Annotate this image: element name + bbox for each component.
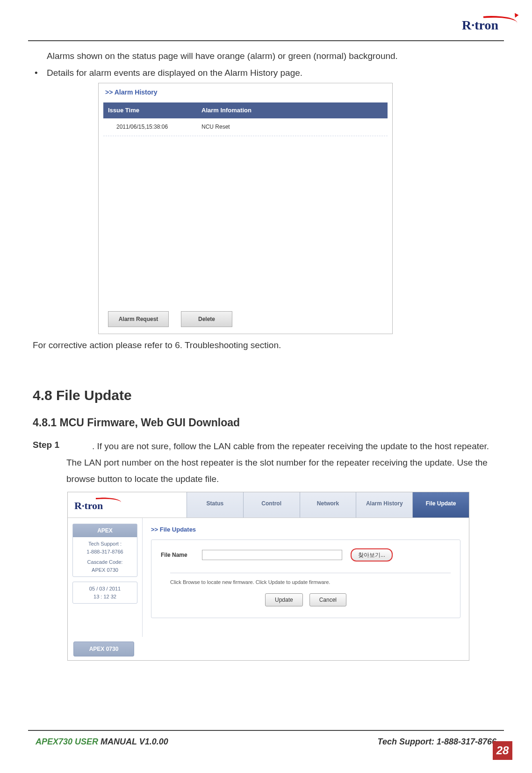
table-row: 2011/06/15,15:38:06 NCU Reset	[103, 118, 388, 136]
bullet-text: Details for alarm events are displayed o…	[47, 66, 302, 80]
browse-button[interactable]: 찾아보기...	[351, 548, 393, 562]
footer-left-accent: APEX730 USER	[36, 737, 98, 746]
section-heading-4-8: 4.8 File Update	[33, 383, 499, 407]
alarm-request-button[interactable]: Alarm Request	[108, 311, 169, 327]
sidebar-cascade-code: APEX 0730	[77, 566, 133, 574]
sidebar-cascade-label: Cascade Code:	[77, 558, 133, 566]
tab-network[interactable]: Network	[300, 492, 357, 517]
sidebar-tech-label: Tech Support :	[77, 540, 133, 548]
header-rule	[28, 40, 504, 41]
alarm-history-screenshot: >> Alarm History Issue Time Alarm Infoma…	[98, 83, 393, 335]
page-number: 28	[493, 741, 512, 760]
bullet-icon	[33, 66, 47, 80]
step-1-body: Step 1. If you are not sure, follow the …	[66, 438, 499, 487]
alarm-table-header: Issue Time Alarm Infomation	[103, 102, 388, 118]
cell-issue-time: 2011/06/15,15:38:06	[103, 118, 197, 135]
screenshot-logo-swoosh-icon	[96, 496, 122, 504]
footer-rule	[28, 730, 504, 731]
intro-paragraph: Alarms shown on the status page will hav…	[47, 49, 499, 64]
alarm-history-title: >> Alarm History	[105, 87, 388, 98]
footer-row: APEX730 USER MANUAL V1.0.00 Tech Support…	[36, 737, 496, 747]
tab-control[interactable]: Control	[244, 492, 300, 517]
screenshot-brand-logo: R·tron	[68, 492, 187, 517]
footer-right: Tech Support: 1-888-317-8766	[378, 737, 496, 747]
tab-status[interactable]: Status	[187, 492, 244, 517]
step-1-block: Step 1 Step 1. If you are not sure, foll…	[33, 437, 499, 488]
file-updates-title: >> File Updates	[151, 525, 460, 535]
sidebar-tech-phone: 1-888-317-8766	[77, 548, 133, 556]
tab-bar: Status Control Network Alarm History Fil…	[187, 492, 469, 517]
step-1-label: Step 1	[33, 440, 59, 450]
step-1-text: . If you are not sure, follow the LAN ca…	[66, 441, 489, 484]
cancel-button[interactable]: Cancel	[309, 593, 346, 606]
alarm-table-empty-area	[103, 136, 388, 305]
sidebar-card-datetime: 05 / 03 / 2011 13 : 12 32	[72, 582, 137, 604]
tab-alarm-history[interactable]: Alarm History	[356, 492, 413, 517]
file-name-label: File Name	[161, 550, 194, 560]
file-name-input[interactable]	[202, 550, 342, 560]
corrective-action-paragraph: For corrective action please refer to 6.…	[33, 338, 499, 353]
bullet-row: Details for alarm events are displayed o…	[33, 66, 499, 80]
file-update-panel: File Name 찾아보기... Click Browse to locate…	[151, 540, 460, 618]
brand-logo: R·tron	[462, 18, 498, 33]
update-button[interactable]: Update	[265, 593, 303, 606]
footer-left-rest: MANUAL V1.0.00	[98, 737, 168, 746]
col-alarm-info: Alarm Infomation	[197, 102, 388, 118]
file-update-main: >> File Updates File Name 찾아보기... Click …	[143, 518, 469, 637]
footer-left: APEX730 USER MANUAL V1.0.00	[36, 737, 168, 747]
cell-alarm-info: NCU Reset	[197, 118, 388, 135]
sidebar-date: 05 / 03 / 2011	[77, 585, 133, 593]
sidebar: APEX Tech Support : 1-888-317-8766 Casca…	[68, 518, 143, 637]
sidebar-time: 13 : 12 32	[77, 593, 133, 601]
tab-file-update[interactable]: File Update	[413, 492, 469, 517]
sidebar-card-apex: APEX Tech Support : 1-888-317-8766 Casca…	[72, 524, 137, 577]
logo-swoosh-icon	[483, 14, 517, 26]
col-issue-time: Issue Time	[103, 102, 197, 118]
file-update-hint: Click Browse to locate new firmware. Cli…	[170, 573, 451, 587]
file-update-screenshot: R·tron Status Control Network Alarm Hist…	[67, 492, 469, 661]
subsection-heading-4-8-1: 4.8.1 MCU Firmware, Web GUI Download	[33, 414, 499, 432]
sidebar-footer-tab[interactable]: APEX 0730	[73, 642, 134, 656]
delete-button[interactable]: Delete	[181, 311, 232, 327]
sidebar-apex-header: APEX	[73, 524, 137, 537]
